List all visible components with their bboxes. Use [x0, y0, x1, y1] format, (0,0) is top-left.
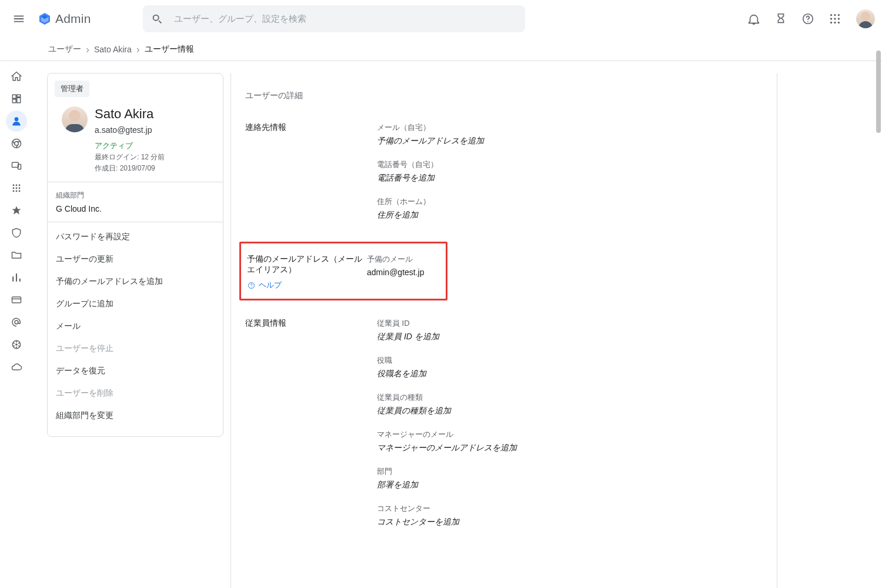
- phone-home-value: 電話番号を追加: [377, 173, 763, 183]
- email-home-value: 予備のメールアドレスを追加: [377, 136, 763, 146]
- topbar-actions: [742, 7, 875, 31]
- svg-rect-14: [12, 162, 19, 167]
- user-email: a.sato@gtest.jp: [95, 125, 165, 135]
- breadcrumb-current: ユーザー情報: [145, 44, 194, 55]
- alias-label: 予備のメールアドレス（メール エイリアス）: [247, 254, 362, 274]
- svg-point-7: [838, 18, 840, 19]
- contact-row[interactable]: 連絡先情報 メール（自宅） 予備のメールアドレスを追加 電話番号（自宅） 電話番…: [245, 122, 763, 220]
- svg-point-19: [13, 188, 15, 189]
- dept-value: 部署を追加: [377, 480, 763, 490]
- user-card: 管理者 Sato Akira a.sato@gtest.jp アクティブ 最終ロ…: [47, 73, 223, 437]
- created-date: 作成日: 2019/07/09: [95, 163, 165, 173]
- search-box[interactable]: [143, 5, 525, 32]
- action-update-user[interactable]: ユーザーの更新: [48, 248, 223, 270]
- svg-point-11: [15, 117, 19, 121]
- svg-point-3: [834, 14, 836, 15]
- svg-point-2: [830, 14, 832, 15]
- svg-rect-25: [12, 297, 21, 303]
- scrollbar-thumb[interactable]: [876, 51, 881, 133]
- bell-icon[interactable]: [742, 7, 766, 31]
- rail-users-icon[interactable]: [6, 111, 27, 132]
- address-home-value: 住所を追加: [377, 210, 763, 220]
- svg-point-6: [834, 18, 836, 19]
- rail-card-icon[interactable]: [6, 289, 27, 310]
- rail-dashboard-icon[interactable]: [6, 88, 27, 109]
- action-list: パスワードを再設定 ユーザーの更新 予備のメールアドレスを追加 グループに追加 …: [48, 222, 223, 430]
- breadcrumb-item[interactable]: ユーザー: [48, 44, 81, 55]
- action-change-org[interactable]: 組織部門を変更: [48, 405, 223, 427]
- topbar: Admin: [0, 0, 882, 38]
- admin-logo-icon: [38, 12, 52, 26]
- action-suspend-user: ユーザーを停止: [48, 338, 223, 360]
- emp-id-value: 従業員 ID を追加: [377, 332, 763, 342]
- action-add-group[interactable]: グループに追加: [48, 293, 223, 315]
- search-icon[interactable]: [146, 7, 168, 31]
- emp-type-value: 従業員の種類を追加: [377, 406, 763, 416]
- svg-point-24: [19, 191, 21, 192]
- admin-logo-text: Admin: [55, 12, 91, 26]
- action-reset-password[interactable]: パスワードを再設定: [48, 226, 223, 248]
- manager-label: マネージャーのメール: [377, 429, 763, 440]
- rail-star-icon[interactable]: [6, 200, 27, 221]
- svg-point-17: [16, 185, 18, 186]
- svg-point-4: [838, 14, 840, 15]
- admin-logo[interactable]: Admin: [38, 12, 91, 26]
- cost-value: コストセンターを追加: [377, 517, 763, 527]
- breadcrumb: ユーザー › Sato Akira › ユーザー情報: [0, 38, 882, 61]
- action-restore-data[interactable]: データを復元: [48, 360, 223, 382]
- scrollbar[interactable]: [875, 51, 882, 588]
- apps-grid-icon[interactable]: [823, 7, 847, 31]
- org-value: G Cloud Inc.: [56, 204, 215, 213]
- user-avatar: [62, 106, 88, 132]
- role-chip: 管理者: [55, 81, 89, 97]
- hourglass-icon[interactable]: [769, 7, 793, 31]
- rail-bar-chart-icon[interactable]: [6, 267, 27, 288]
- rail-at-icon[interactable]: [6, 312, 27, 333]
- address-home-label: 住所（ホーム）: [377, 196, 763, 207]
- details-panel: ユーザーの詳細 連絡先情報 メール（自宅） 予備のメールアドレスを追加 電話番号…: [230, 73, 777, 588]
- svg-point-28: [15, 343, 18, 346]
- alias-help-link[interactable]: ヘルプ: [247, 280, 367, 290]
- emp-type-label: 従業員の種類: [377, 392, 763, 403]
- left-rail: [0, 61, 33, 588]
- help-icon[interactable]: [796, 7, 820, 31]
- hamburger-menu-icon[interactable]: [5, 7, 33, 31]
- user-status: アクティブ: [95, 141, 165, 151]
- email-home-label: メール（自宅）: [377, 122, 763, 133]
- breadcrumb-item[interactable]: Sato Akira: [94, 45, 132, 54]
- cost-label: コストセンター: [377, 503, 763, 514]
- manager-value: マネージャーのメールアドレスを追加: [377, 443, 763, 453]
- svg-rect-15: [18, 165, 21, 169]
- rail-wheel-icon[interactable]: [6, 334, 27, 355]
- search-input[interactable]: [173, 13, 522, 24]
- svg-point-16: [13, 185, 15, 186]
- help-circle-icon: [247, 281, 256, 290]
- svg-point-10: [838, 21, 840, 23]
- action-delete-user: ユーザーを削除: [48, 382, 223, 405]
- svg-point-21: [19, 188, 21, 189]
- phone-home-label: 電話番号（自宅）: [377, 159, 763, 170]
- rail-home-icon[interactable]: [6, 66, 27, 87]
- org-section: 組織部門 G Cloud Inc.: [48, 182, 223, 222]
- svg-point-26: [15, 320, 18, 324]
- svg-point-9: [834, 21, 836, 23]
- org-label: 組織部門: [56, 191, 215, 201]
- rail-devices-icon[interactable]: [6, 155, 27, 176]
- rail-folder-icon[interactable]: [6, 245, 27, 266]
- action-mail[interactable]: メール: [48, 315, 223, 338]
- rail-shield-icon[interactable]: [6, 222, 27, 243]
- account-avatar[interactable]: [856, 9, 875, 28]
- contact-label: 連絡先情報: [245, 122, 377, 133]
- svg-point-30: [251, 286, 252, 287]
- rail-cloud-icon[interactable]: [6, 356, 27, 377]
- action-add-alias[interactable]: 予備のメールアドレスを追加: [48, 270, 223, 293]
- svg-point-23: [16, 191, 18, 192]
- rail-chrome-icon[interactable]: [6, 133, 27, 154]
- alias-highlight[interactable]: 予備のメールアドレス（メール エイリアス） ヘルプ 予備のメール admin@g…: [239, 242, 447, 300]
- employee-label: 従業員情報: [245, 318, 377, 329]
- svg-point-8: [830, 21, 832, 23]
- employee-row[interactable]: 従業員情報 従業員 ID 従業員 ID を追加 役職 役職名を追加 従業員の種類…: [245, 318, 763, 527]
- svg-point-20: [16, 188, 18, 189]
- svg-point-5: [830, 18, 832, 19]
- rail-apps-icon[interactable]: [6, 178, 27, 199]
